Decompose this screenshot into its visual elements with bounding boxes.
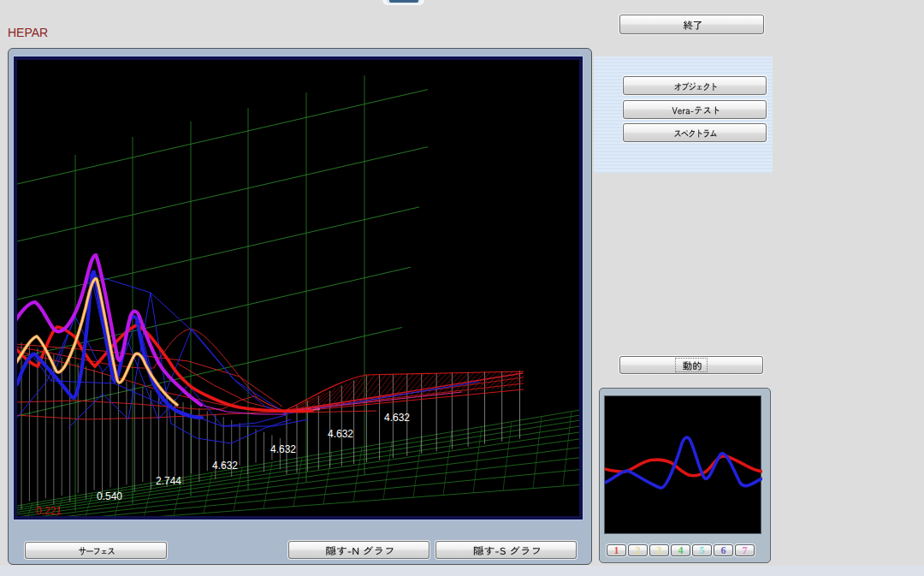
svg-text:0.221: 0.221 bbox=[36, 505, 62, 516]
svg-text:4.632: 4.632 bbox=[270, 443, 296, 455]
svg-text:0.540: 0.540 bbox=[97, 490, 122, 502]
svg-text:4.632: 4.632 bbox=[212, 460, 238, 472]
svg-text:4.632: 4.632 bbox=[384, 412, 410, 424]
svg-text:4.632: 4.632 bbox=[328, 428, 353, 440]
svg-text:2.744: 2.744 bbox=[156, 475, 181, 487]
